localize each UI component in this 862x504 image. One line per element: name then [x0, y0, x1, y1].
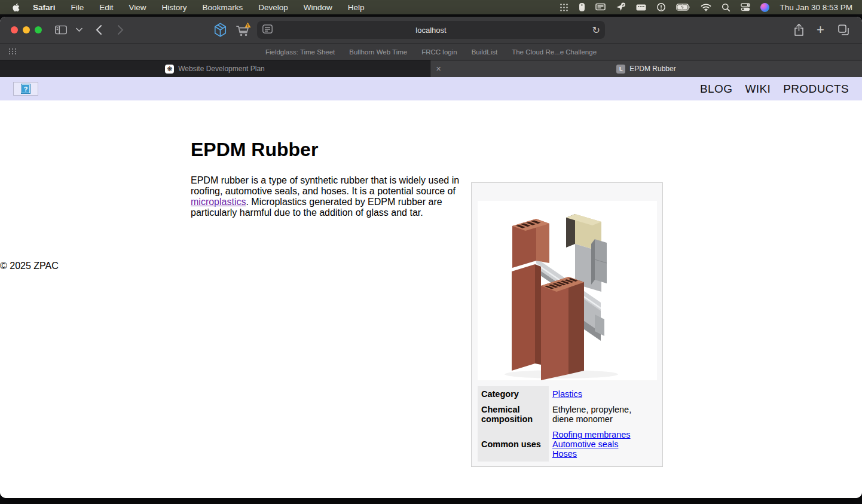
row-label: Category	[478, 386, 549, 402]
menu-develop[interactable]: Develop	[258, 3, 288, 12]
battery-icon[interactable]	[676, 4, 690, 11]
row-label: Chemical composition	[478, 402, 549, 427]
control-center-icon[interactable]	[741, 3, 750, 11]
apple-menu-icon[interactable]	[12, 2, 21, 13]
favorites-item[interactable]: Bullhorn Web Time	[349, 48, 407, 56]
tab-title: Website Development Plan	[178, 65, 265, 73]
page-body: EPDM Rubber EPDM rubber is a type of syn…	[0, 100, 862, 498]
intro-text-before: EPDM rubber is a type of synthetic rubbe…	[191, 175, 459, 196]
menubar-clock[interactable]: Thu Jan 30 8:53 PM	[780, 3, 852, 12]
favorites-item[interactable]: FRCC login	[421, 48, 457, 56]
zoom-window-button[interactable]	[35, 26, 42, 33]
favorites-item[interactable]: BuildList	[472, 48, 497, 56]
menu-history[interactable]: History	[162, 3, 187, 12]
location-check-icon[interactable]	[616, 2, 626, 12]
share-button[interactable]	[794, 24, 804, 36]
site-nav-links: BLOG WIKI PRODUCTS	[700, 83, 862, 96]
favorites-links: Fieldglass: Time Sheet Bullhorn Web Time…	[265, 48, 597, 56]
tab-bar: ❋ Website Development Plan ✕ L EPDM Rubb…	[0, 60, 862, 77]
menu-edit[interactable]: Edit	[99, 3, 113, 12]
minimize-window-button[interactable]	[23, 26, 30, 33]
extension-cube-icon[interactable]	[213, 23, 227, 37]
mouse-battery-icon[interactable]	[579, 2, 585, 12]
table-row: Common uses Roofing membranes Automotive…	[478, 427, 657, 462]
close-window-button[interactable]	[11, 26, 18, 33]
nav-link-products[interactable]: PRODUCTS	[783, 83, 849, 96]
broken-logo-image[interactable]: ?	[13, 82, 38, 96]
infobox-table: Category Plastics Chemical composition E…	[478, 386, 657, 462]
footer-copyright: © 2025 ZPAC	[0, 261, 59, 271]
row-value: Ethylene, propylene, diene monomer	[549, 402, 657, 427]
alert-clock-icon[interactable]	[656, 2, 666, 12]
row-value: Plastics	[549, 386, 657, 402]
automotive-seals-link[interactable]: Automotive seals	[552, 439, 618, 449]
window-controls	[11, 26, 42, 33]
menu-bar-status: Thu Jan 30 8:53 PM	[560, 2, 862, 12]
favorites-grid-icon[interactable]	[8, 47, 17, 57]
wifi-icon[interactable]	[701, 4, 711, 11]
menu-bookmarks[interactable]: Bookmarks	[203, 3, 243, 12]
nav-link-wiki[interactable]: WIKI	[745, 83, 771, 96]
sidebar-chevron-down-icon[interactable]	[76, 28, 82, 32]
back-button[interactable]	[96, 25, 102, 35]
sidebar-toggle-button[interactable]	[55, 26, 67, 35]
app-grid-icon[interactable]	[560, 3, 568, 12]
web-page: ? BLOG WIKI PRODUCTS EPDM Rubber EPDM ru…	[0, 77, 862, 498]
roofing-membranes-link[interactable]: Roofing membranes	[552, 430, 631, 439]
plastics-link[interactable]: Plastics	[552, 389, 582, 399]
siri-icon[interactable]	[760, 3, 769, 12]
infobox: Category Plastics Chemical composition E…	[471, 182, 663, 467]
reload-button[interactable]: ↻	[592, 25, 600, 36]
menu-safari[interactable]: Safari	[33, 3, 56, 12]
tab-overview-button[interactable]	[838, 25, 849, 35]
openai-favicon: ❋	[165, 65, 174, 74]
site-navbar: ? BLOG WIKI PRODUCTS	[0, 77, 862, 100]
table-row: Chemical composition Ethylene, propylene…	[478, 402, 657, 427]
menu-view[interactable]: View	[129, 3, 146, 12]
tab-website-development-plan[interactable]: ❋ Website Development Plan	[0, 60, 430, 77]
safari-window: localhost ↻ + Fieldglass: Time Sheet Bul…	[0, 17, 862, 498]
row-label: Common uses	[478, 427, 549, 462]
nav-link-blog[interactable]: BLOG	[700, 83, 732, 96]
spotlight-search-icon[interactable]	[722, 3, 730, 12]
table-row: Category Plastics	[478, 386, 657, 402]
intro-paragraph: EPDM rubber is a type of synthetic rubbe…	[191, 175, 461, 218]
url-text[interactable]: localhost	[257, 26, 605, 35]
favorites-bar: Fieldglass: Time Sheet Bullhorn Web Time…	[0, 43, 862, 60]
favorites-item[interactable]: The Cloud Re...e Challenge	[512, 48, 597, 56]
product-image	[478, 201, 657, 380]
reader-mode-icon[interactable]	[262, 25, 273, 35]
hoses-link[interactable]: Hoses	[552, 449, 577, 459]
menu-bar-left: Safari File Edit View History Bookmarks …	[0, 2, 364, 13]
menu-bar: Safari File Edit View History Bookmarks …	[0, 0, 862, 14]
extension-cart-icon[interactable]	[236, 22, 252, 38]
page-title: EPDM Rubber	[191, 139, 318, 161]
microplastics-link[interactable]: microplastics	[191, 197, 246, 207]
menu-help[interactable]: Help	[348, 3, 365, 12]
menu-file[interactable]: File	[71, 3, 84, 12]
display-icon[interactable]	[595, 3, 606, 12]
keyboard-icon[interactable]	[636, 4, 646, 11]
browser-toolbar: localhost ↻ +	[0, 17, 862, 43]
broken-image-icon: ?	[21, 84, 30, 94]
letter-favicon: L	[616, 65, 625, 74]
menu-window[interactable]: Window	[304, 3, 332, 12]
tab-title: EPDM Rubber	[629, 65, 675, 73]
row-value: Roofing membranes Automotive seals Hoses	[549, 427, 657, 462]
address-bar[interactable]: localhost ↻	[257, 21, 605, 39]
tab-epdm-rubber[interactable]: ✕ L EPDM Rubber	[430, 60, 862, 77]
favorites-item[interactable]: Fieldglass: Time Sheet	[265, 48, 335, 56]
forward-button[interactable]	[117, 25, 124, 35]
cladding-render-illustration	[478, 201, 657, 380]
new-tab-button[interactable]: +	[817, 23, 824, 36]
close-tab-button[interactable]: ✕	[436, 65, 441, 73]
